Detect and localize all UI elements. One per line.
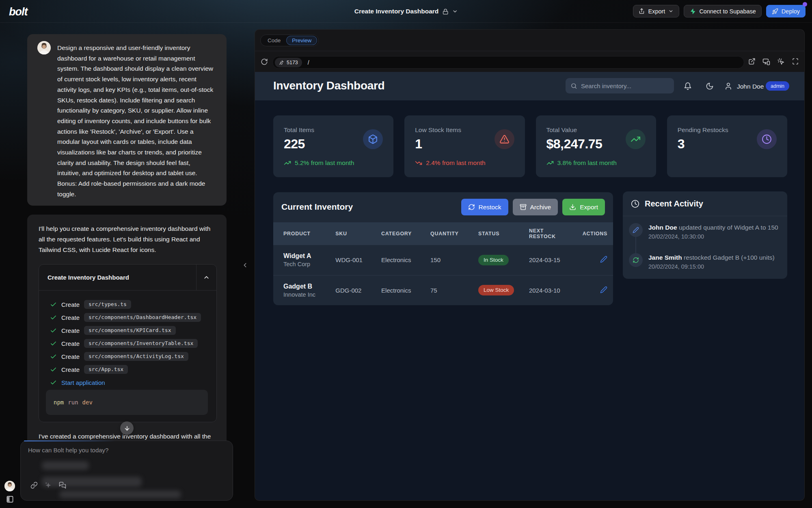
collapse-chat-handle[interactable]: [242, 262, 248, 269]
chevron-down-icon: [452, 9, 458, 14]
kpi-trend-text: 3.8% from last month: [557, 159, 617, 167]
quantity-cell[interactable]: 75: [430, 275, 478, 305]
address-bar[interactable]: 5173 /: [272, 56, 744, 69]
archive-button[interactable]: Archive: [513, 199, 558, 215]
archive-label: Archive: [530, 204, 551, 211]
sparkles-icon[interactable]: [45, 482, 52, 489]
check-icon: [50, 314, 57, 321]
user-avatar: [37, 41, 51, 54]
trending-up-icon: [546, 159, 554, 167]
task-card-title: Create Inventory Dashboard: [39, 274, 129, 281]
step-file-chip[interactable]: src/App.tsx: [84, 365, 128, 374]
role-badge: admin: [766, 81, 789, 91]
dashboard-header: Inventory Dashboard John Doe admin: [255, 72, 805, 100]
bolt-app-window: bolt Create Inventory Dashboard Export C…: [0, 0, 812, 508]
recent-activity-card: Recent Activity John Doe updated quantit…: [623, 191, 787, 279]
kpi-label: Total Items: [284, 126, 314, 134]
deploy-button[interactable]: Deploy: [766, 5, 806, 17]
fullscreen-icon[interactable]: [792, 58, 799, 65]
kpi-label: Pending Restocks: [678, 126, 728, 134]
sku-cell: WDG-001: [335, 245, 381, 275]
restock-date-cell: 2024-03-10: [529, 275, 583, 305]
status-badge: In Stock: [478, 255, 509, 265]
step-file-chip[interactable]: src/components/DashboardHeader.tsx: [84, 313, 201, 322]
command-npm: npm: [54, 399, 64, 406]
reload-icon[interactable]: [261, 58, 268, 65]
dark-mode-toggle-icon[interactable]: [706, 82, 714, 90]
task-step: Create src/components/ActivityLog.tsx: [50, 350, 216, 363]
link-icon[interactable]: [30, 482, 38, 489]
connect-supabase-button[interactable]: Connect to Supabase: [684, 5, 761, 17]
arrow-down-icon: [124, 425, 130, 432]
step-action[interactable]: Start application: [61, 379, 105, 386]
pencil-icon: [629, 223, 643, 237]
status-badge: Low Stock: [478, 285, 514, 295]
check-icon: [50, 379, 57, 386]
search-input[interactable]: [581, 82, 662, 89]
activity-item: John Doe updated quantity of Widget A to…: [648, 224, 780, 240]
supabase-icon: [689, 8, 696, 15]
devices-icon[interactable]: [762, 58, 770, 65]
task-step-start-application: Start application: [50, 376, 216, 389]
account-avatar[interactable]: [4, 481, 15, 491]
activity-header: Recent Activity: [623, 191, 787, 216]
external-link-icon[interactable]: [748, 58, 756, 65]
status-dot: [803, 2, 807, 7]
restock-button[interactable]: Restock: [461, 199, 508, 215]
export-button[interactable]: Export: [633, 5, 679, 17]
category-cell: Electronics: [381, 275, 430, 305]
activity-time: 20/02/2024, 10:30:00: [648, 233, 780, 240]
step-file-chip[interactable]: src/components/ActivityLog.tsx: [84, 352, 188, 361]
check-icon: [50, 366, 57, 373]
chat-icon[interactable]: [59, 482, 66, 489]
column-actions: Actions: [583, 222, 613, 245]
table-header-row: Product SKU Category Quantity Status Nex…: [273, 222, 613, 245]
inventory-title: Current Inventory: [281, 202, 353, 212]
step-file-chip[interactable]: src/types.ts: [84, 300, 131, 309]
terminal-command: npm run dev: [46, 390, 208, 415]
kpi-value: 1: [415, 137, 422, 152]
trending-up-icon: [626, 129, 646, 149]
product-supplier: Tech Corp: [283, 261, 335, 267]
sidebar-toggle-icon[interactable]: [6, 495, 14, 503]
product-name: Gadget B: [283, 283, 335, 290]
chat-panel: Design a responsive and user-friendly in…: [0, 23, 255, 508]
kpi-label: Low Stock Items: [415, 126, 461, 134]
topbar-actions: Export Connect to Supabase Deploy: [633, 5, 806, 17]
port-badge[interactable]: 5173: [275, 58, 302, 67]
chat-input-toolbar: [30, 482, 66, 489]
tab-code[interactable]: Code: [262, 37, 286, 43]
bolt-logo[interactable]: bolt: [9, 6, 27, 18]
preview-address-row: 5173 /: [255, 51, 804, 72]
step-file-chip[interactable]: src/components/InventoryTable.tsx: [84, 339, 198, 348]
clock-icon: [631, 200, 639, 208]
inventory-table: Product SKU Category Quantity Status Nex…: [273, 222, 613, 305]
collapse-task-button[interactable]: [196, 265, 216, 290]
search-icon: [570, 82, 577, 89]
check-icon: [50, 340, 57, 347]
project-menu[interactable]: Create Inventory Dashboard: [354, 0, 458, 23]
kpi-trend: 3.8% from last month: [546, 159, 617, 167]
bell-icon[interactable]: [684, 82, 692, 90]
edit-icon[interactable]: [600, 286, 607, 293]
download-icon: [569, 204, 576, 211]
column-sku: SKU: [335, 222, 381, 245]
column-product: Product: [273, 222, 335, 245]
workbench-panel: Code Preview 5173 / Invent: [255, 29, 805, 501]
check-icon: [50, 353, 57, 360]
clock-icon: [757, 129, 777, 149]
command-dev: dev: [82, 399, 93, 406]
scroll-to-bottom-button[interactable]: [120, 421, 134, 435]
kpi-row: Total Items 225 5.2% from last month Low…: [273, 115, 787, 177]
export-csv-button[interactable]: Export: [562, 199, 605, 215]
step-file-chip[interactable]: src/components/KPICard.tsx: [84, 326, 176, 335]
task-step: Create src/types.ts: [50, 298, 216, 311]
task-card: Create Inventory Dashboard Create src/ty…: [39, 264, 217, 422]
column-next-restock: Next Restock: [529, 222, 583, 245]
quantity-cell[interactable]: 150: [430, 245, 478, 275]
tab-preview[interactable]: Preview: [286, 36, 317, 45]
deploy-label: Deploy: [782, 8, 800, 15]
pointer-interact-icon[interactable]: [777, 58, 785, 65]
edit-icon[interactable]: [600, 256, 607, 263]
chat-input-box: [20, 441, 233, 501]
